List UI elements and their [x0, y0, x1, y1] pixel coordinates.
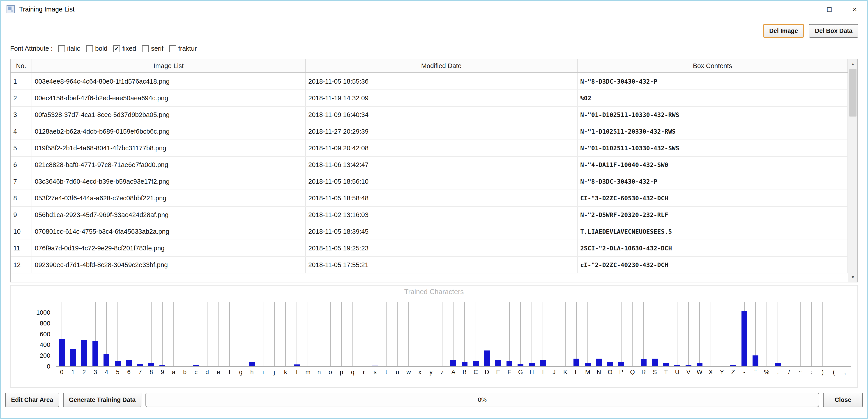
gridline	[610, 302, 610, 366]
cell-no: 12	[10, 257, 32, 273]
chart-slot: (	[828, 302, 840, 366]
table-row[interactable]: 6021c8828-baf0-4771-97c8-71ae6e7fa0d0.pn…	[10, 157, 848, 173]
col-header-modified-date[interactable]: Modified Date	[306, 59, 578, 72]
table-row[interactable]: 1003e4ee8-964c-4c64-80e0-1f1d576ac418.pn…	[10, 73, 848, 90]
close-icon[interactable]: ×	[842, 1, 867, 18]
gridline	[509, 302, 510, 366]
maximize-icon[interactable]: □	[817, 1, 842, 18]
scroll-down-icon[interactable]: ▼	[848, 272, 858, 282]
cell-no: 8	[10, 190, 32, 206]
generate-training-data-button[interactable]: Generate Training Data	[63, 393, 142, 407]
fraktur-checkbox[interactable]	[169, 45, 176, 52]
col-header-no[interactable]: No.	[10, 59, 32, 72]
chart-slot: h	[247, 302, 258, 366]
cell-no: 9	[10, 207, 32, 223]
minimize-icon[interactable]: –	[792, 1, 817, 18]
x-tick-label: L	[575, 369, 578, 376]
font-attribute-option-fraktur[interactable]: fraktur	[169, 45, 197, 52]
table-row[interactable]: 40128aeb2-b62a-4dcb-b689-0159ef6bcb6c.pn…	[10, 123, 848, 140]
x-tick-label: R	[641, 369, 646, 376]
checkbox-label: fixed	[122, 45, 136, 52]
table-row[interactable]: 200ec4158-dbef-47f6-b2ed-eae50aea694c.pn…	[10, 90, 848, 107]
table-scrollbar[interactable]: ▲ ▼	[848, 59, 858, 282]
bar-E	[495, 360, 501, 366]
image-table: No.Image ListModified DateBox Contents 1…	[10, 59, 858, 282]
trained-characters-chart: Trained Characters 02004006008001000 012…	[10, 285, 858, 388]
chart-slot: X	[705, 302, 716, 366]
edit-char-area-button[interactable]: Edit Char Area	[5, 393, 59, 407]
x-tick-label: "	[754, 369, 756, 376]
gridline	[118, 302, 118, 366]
cell-image-name: 03c3646b-7d60-4ecd-b39e-b59ac93e17f2.png	[32, 173, 306, 190]
cell-box-contents: N-"8-D3DC-30430-432-P	[578, 73, 848, 90]
bar-Q	[629, 366, 635, 366]
table-row[interactable]: 9056bd1ca-2923-45d7-969f-33ae424d28af.pn…	[10, 207, 848, 223]
del-box-data-button[interactable]: Del Box Data	[809, 24, 858, 38]
chart-slot: ~	[795, 302, 806, 366]
gridline	[386, 302, 386, 366]
training-image-list-window: Training Image List – □ × Del Image Del …	[0, 0, 868, 419]
table-row[interactable]: 8053f27e4-03f6-444a-a628-c7ec08bbf221.pn…	[10, 190, 848, 207]
cell-no: 1	[10, 73, 32, 90]
cell-image-name: 070801cc-614c-4755-b3c4-6fa45633ab2a.png	[32, 223, 306, 239]
chart-y-axis: 02004006008001000	[10, 302, 54, 366]
fixed-checkbox[interactable]: ✓	[113, 45, 120, 52]
x-tick-label: )	[822, 369, 824, 376]
table-row[interactable]: 300fa5328-37d7-4ca1-8cec-5d37d9b2ba05.pn…	[10, 107, 848, 123]
gridline	[778, 302, 778, 366]
scrollbar-thumb[interactable]	[849, 69, 857, 117]
cell-image-name: 053f27e4-03f6-444a-a628-c7ec08bbf221.png	[32, 190, 306, 206]
bar-S	[652, 359, 658, 366]
x-tick-label: c	[194, 369, 197, 376]
font-attribute-option-bold[interactable]: bold	[86, 45, 107, 52]
cell-box-contents: N-"4-DA11F-10040-432-SW0	[578, 157, 848, 173]
cell-image-name: 021c8828-baf0-4771-97c8-71ae6e7fa0d0.png	[32, 157, 306, 173]
chart-slot: O	[604, 302, 616, 366]
bar-8	[148, 363, 154, 366]
title-bar[interactable]: Training Image List – □ ×	[1, 1, 867, 18]
bold-checkbox[interactable]	[86, 45, 93, 52]
cell-box-contents: cI-"2-D2ZC-40230-432-DCH	[578, 257, 848, 273]
chart-slot: q	[347, 302, 358, 366]
chart-slot: .	[772, 302, 784, 366]
table-row[interactable]: 10070801cc-614c-4755-b3c4-6fa45633ab2a.p…	[10, 223, 848, 240]
cell-modified-date: 2018-11-05 19:25:23	[306, 240, 578, 256]
bar-P	[618, 362, 624, 366]
table-row[interactable]: 11076f9a7d-0d19-4c72-9e29-8cf201f783fe.p…	[10, 240, 848, 257]
table-row[interactable]: 5019f58f2-2b1d-4a68-8041-4f7bc31177b8.pn…	[10, 140, 848, 157]
chart-slot: y	[425, 302, 437, 366]
bar-K	[562, 366, 568, 366]
chart-slot: /	[783, 302, 795, 366]
scroll-up-icon[interactable]: ▲	[848, 59, 858, 69]
chart-slot: W	[694, 302, 705, 366]
chart-slot: E	[493, 302, 504, 366]
x-tick-label: X	[709, 369, 713, 376]
gridline	[263, 302, 264, 366]
serif-checkbox[interactable]	[142, 45, 149, 52]
x-tick-label: 7	[138, 369, 142, 376]
gridline	[599, 302, 599, 366]
gridline	[531, 302, 532, 366]
col-header-box-contents[interactable]: Box Contents	[578, 59, 848, 72]
chart-title: Trained Characters	[10, 288, 858, 296]
chart-slot: B	[459, 302, 470, 366]
close-button[interactable]: Close	[823, 393, 863, 407]
table-row[interactable]: 703c3646b-7d60-4ecd-b39e-b59ac93e17f2.pn…	[10, 173, 848, 190]
del-image-button[interactable]: Del Image	[763, 24, 804, 38]
cell-no: 3	[10, 107, 32, 123]
italic-checkbox[interactable]	[58, 45, 65, 52]
x-tick-label: a	[172, 369, 175, 376]
font-attribute-option-fixed[interactable]: ✓fixed	[113, 45, 136, 52]
col-header-image-list[interactable]: Image List	[32, 59, 306, 72]
x-tick-label: B	[463, 369, 467, 376]
font-attribute-option-italic[interactable]: italic	[58, 45, 80, 52]
app-icon	[6, 5, 15, 13]
font-attribute-option-serif[interactable]: serif	[142, 45, 163, 52]
x-tick-label: -	[743, 369, 745, 376]
delete-toolbar: Del Image Del Box Data	[763, 24, 858, 38]
cell-modified-date: 2018-11-05 18:56:10	[306, 173, 578, 190]
table-row[interactable]: 12092390ec-d7d1-4bfd-8c28-30459c2e33bf.p…	[10, 257, 848, 273]
bar-5	[115, 361, 121, 366]
bar-/	[786, 366, 792, 366]
chart-slot: s	[369, 302, 381, 366]
